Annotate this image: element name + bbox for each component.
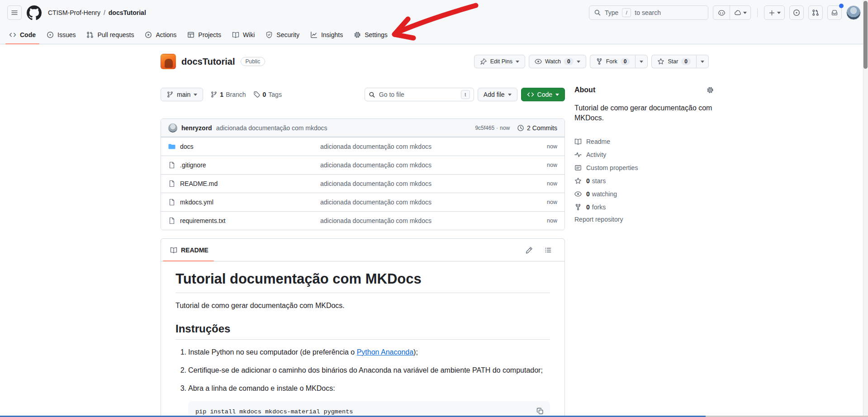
list-item: 3. Abra a linha de comando e instale o M… xyxy=(178,383,550,394)
copilot-dropdown-button[interactable] xyxy=(730,6,750,19)
fork-dropdown-button[interactable] xyxy=(635,55,648,68)
tab-readme[interactable]: README xyxy=(168,239,210,261)
list-item-text: Instale Python no seu computador (de pre… xyxy=(188,347,550,358)
star-dropdown-button[interactable] xyxy=(696,55,709,68)
code-text: pip install mkdocs mkdocs-material pygme… xyxy=(195,408,353,415)
table-row: README.md adicionada documentação com mk… xyxy=(161,174,564,193)
report-repository-link[interactable]: Report repository xyxy=(574,216,715,223)
code-button-label: Code xyxy=(537,91,552,98)
pencil-icon xyxy=(526,246,533,254)
file-name-link[interactable]: mkdocs.yml xyxy=(180,199,316,206)
file-name-link[interactable]: .gitignore xyxy=(180,161,316,169)
file-icon xyxy=(168,217,175,224)
list-item-label: Custom properties xyxy=(586,164,638,171)
repo-title[interactable]: docsTutorial xyxy=(181,57,235,67)
table-row: .gitignore adicionada documentação com m… xyxy=(161,156,564,174)
list-item: 1. Instale Python no seu computador (de … xyxy=(178,347,550,358)
global-search-input[interactable]: Type / to search xyxy=(589,5,708,20)
list-item: 2. Certifique-se de adicionar o caminho … xyxy=(178,365,550,376)
page-scrollbar-thumb[interactable] xyxy=(863,1,868,69)
git-pull-request-icon xyxy=(86,31,94,38)
code-download-button[interactable]: Code xyxy=(521,88,565,101)
activity-link[interactable]: Activity xyxy=(574,148,715,161)
readme-intro: Tutorial de como gerar documentação com … xyxy=(175,300,550,311)
watch-button[interactable]: Watch 0 xyxy=(529,55,586,68)
create-new-button[interactable] xyxy=(764,5,785,20)
copy-button[interactable] xyxy=(534,405,546,417)
global-header: CTISM-Prof-Henry / docsTutorial Type / t… xyxy=(0,0,868,25)
page-scrollbar-track[interactable] xyxy=(863,0,868,417)
file-commit-message[interactable]: adicionada documentação com mkdocs xyxy=(320,199,542,206)
list-number: 2. xyxy=(178,365,186,376)
file-name-link[interactable]: README.md xyxy=(180,180,316,187)
fork-label: Fork xyxy=(606,58,617,65)
forks-link[interactable]: 0 forks xyxy=(574,201,715,214)
watching-count: 0 xyxy=(586,190,590,198)
hamburger-icon xyxy=(11,9,18,16)
tab-actions[interactable]: Actions xyxy=(141,25,180,44)
readme-link[interactable]: Readme xyxy=(574,135,715,148)
fork-button[interactable]: Fork 0 xyxy=(590,55,636,68)
file-name-link[interactable]: docs xyxy=(180,143,316,150)
commit-history-link[interactable]: 2 Commits xyxy=(517,124,557,132)
watching-link[interactable]: 0 watching xyxy=(574,188,715,201)
t-keycap: t xyxy=(461,90,470,99)
tab-wiki[interactable]: Wiki xyxy=(228,25,258,44)
copilot-button[interactable] xyxy=(713,6,730,19)
tab-pull-requests[interactable]: Pull requests xyxy=(83,25,138,44)
instruction-list: 1. Instale Python no seu computador (de … xyxy=(175,347,550,417)
branches-link[interactable]: 1 Branch xyxy=(210,91,246,98)
custom-properties-link[interactable]: Custom properties xyxy=(574,161,715,175)
go-to-file-input[interactable] xyxy=(379,91,457,98)
tab-settings[interactable]: Settings xyxy=(350,25,391,44)
star-button[interactable]: Star 0 xyxy=(651,55,696,68)
tab-label: Wiki xyxy=(243,31,255,38)
list-item-label: watching xyxy=(592,190,617,198)
notifications-wrapper xyxy=(827,5,842,20)
tab-security[interactable]: Security xyxy=(262,25,303,44)
stars-link[interactable]: 0 stars xyxy=(574,175,715,188)
breadcrumb-repo[interactable]: docsTutorial xyxy=(109,9,146,16)
tab-issues[interactable]: Issues xyxy=(43,25,79,44)
breadcrumb-owner[interactable]: CTISM-Prof-Henry xyxy=(48,9,100,16)
file-name-link[interactable]: requirements.txt xyxy=(180,217,316,224)
tab-insights[interactable]: Insights xyxy=(307,25,346,44)
commit-author-avatar[interactable] xyxy=(168,123,177,133)
edit-pins-button[interactable]: Edit Pins xyxy=(474,55,525,68)
dot-separator: · xyxy=(496,125,498,131)
file-commit-time: now xyxy=(547,218,557,224)
user-avatar[interactable] xyxy=(846,5,861,20)
file-commit-message[interactable]: adicionada documentação com mkdocs xyxy=(320,143,542,150)
fork-count: 0 xyxy=(621,58,630,65)
tab-label: Actions xyxy=(156,31,176,38)
commit-author[interactable]: henryzord xyxy=(181,124,212,132)
readme-section-title: Instruções xyxy=(175,322,550,340)
hamburger-menu-button[interactable] xyxy=(7,5,22,20)
file-commit-message[interactable]: adicionada documentação com mkdocs xyxy=(320,161,542,169)
file-icon xyxy=(168,199,175,206)
add-file-button[interactable]: Add file xyxy=(478,88,517,101)
chevron-down-icon xyxy=(640,61,643,63)
edit-about-button[interactable] xyxy=(707,86,715,94)
branch-selector-button[interactable]: main xyxy=(161,88,203,101)
breadcrumb: CTISM-Prof-Henry / docsTutorial xyxy=(48,9,146,16)
file-commit-message[interactable]: adicionada documentação com mkdocs xyxy=(320,217,542,224)
github-logo[interactable] xyxy=(26,5,42,20)
note-icon xyxy=(574,164,582,171)
repo-description: Tutorial de como gerar documentação com … xyxy=(574,103,715,123)
tab-code[interactable]: Code xyxy=(5,25,39,44)
tags-link[interactable]: 0 Tags xyxy=(253,91,282,98)
pull-requests-dashboard-button[interactable] xyxy=(808,5,823,20)
file-commit-message[interactable]: adicionada documentação com mkdocs xyxy=(320,180,542,187)
commit-message[interactable]: adicionada documentação com mkdocs xyxy=(216,124,327,132)
commit-sha: 9c5f465 xyxy=(475,125,494,131)
issues-dashboard-button[interactable] xyxy=(789,5,804,20)
copy-icon xyxy=(536,408,544,415)
outline-button[interactable] xyxy=(545,246,552,254)
copilot-icon xyxy=(718,9,726,17)
repo-avatar[interactable] xyxy=(161,54,176,69)
python-anaconda-link[interactable]: Python Anaconda xyxy=(357,348,413,356)
commit-sha-time[interactable]: 9c5f465 · now xyxy=(475,125,510,131)
edit-readme-button[interactable] xyxy=(526,246,533,254)
tab-projects[interactable]: Projects xyxy=(184,25,225,44)
